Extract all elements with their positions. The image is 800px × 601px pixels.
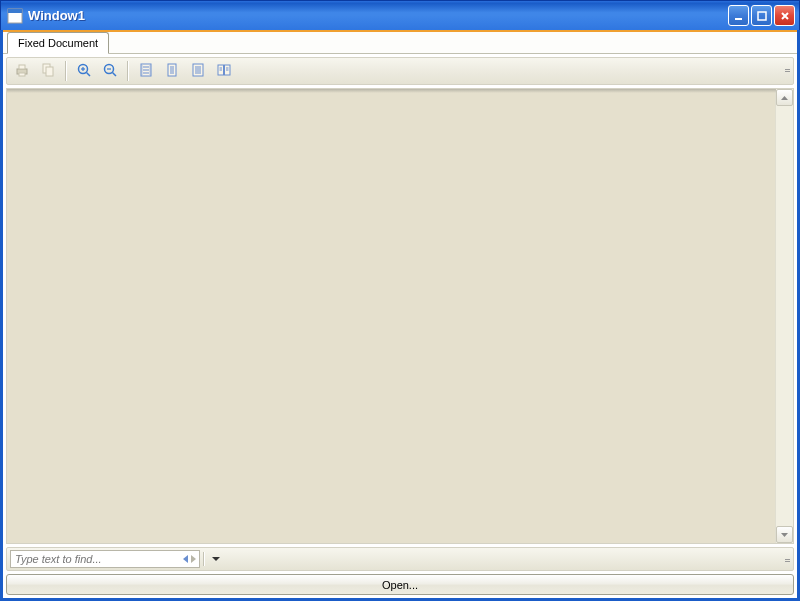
copy-icon: [40, 62, 56, 80]
app-icon: [7, 8, 23, 24]
svg-line-14: [113, 73, 117, 77]
document-area: [6, 88, 794, 544]
svg-rect-20: [168, 64, 176, 76]
svg-rect-3: [758, 12, 766, 20]
toolbar: [6, 57, 794, 85]
toolbar-overflow[interactable]: [783, 61, 791, 79]
copy-button[interactable]: [36, 60, 60, 82]
zoom-in-button[interactable]: [72, 60, 96, 82]
two-pages-icon: [216, 62, 232, 80]
scroll-down-button[interactable]: [776, 526, 793, 543]
scroll-track[interactable]: [776, 106, 793, 526]
tab-strip: Fixed Document: [3, 30, 797, 54]
find-previous-icon[interactable]: [183, 555, 188, 563]
open-button[interactable]: Open...: [6, 574, 794, 595]
maximize-button[interactable]: [751, 5, 772, 26]
svg-rect-2: [735, 18, 742, 20]
svg-rect-5: [19, 65, 25, 69]
close-button[interactable]: [774, 5, 795, 26]
window-title: Window1: [28, 8, 85, 23]
svg-rect-6: [19, 73, 25, 76]
svg-line-10: [87, 73, 91, 77]
fit-page-icon: [164, 62, 180, 80]
svg-rect-25: [193, 64, 203, 76]
find-next-icon[interactable]: [191, 555, 196, 563]
find-input[interactable]: [11, 553, 180, 565]
titlebar: Window1: [0, 0, 800, 30]
fit-page-button[interactable]: [160, 60, 184, 82]
actual-size-button[interactable]: [134, 60, 158, 82]
fit-width-icon: [190, 62, 206, 80]
scroll-up-button[interactable]: [776, 89, 793, 106]
find-options-dropdown[interactable]: [212, 557, 220, 561]
tab-fixed-document[interactable]: Fixed Document: [7, 32, 109, 54]
find-toolbar: [6, 547, 794, 571]
fit-width-button[interactable]: [186, 60, 210, 82]
window-controls: [728, 5, 795, 26]
two-pages-button[interactable]: [212, 60, 236, 82]
zoom-out-icon: [102, 62, 118, 80]
print-icon: [14, 62, 30, 80]
zoom-out-button[interactable]: [98, 60, 122, 82]
findbar-overflow[interactable]: [783, 551, 791, 569]
minimize-button[interactable]: [728, 5, 749, 26]
svg-rect-8: [46, 67, 53, 76]
vertical-scrollbar[interactable]: [775, 89, 793, 543]
zoom-in-icon: [76, 62, 92, 80]
print-button[interactable]: [10, 60, 34, 82]
document-viewport[interactable]: [7, 89, 775, 543]
actual-size-icon: [138, 62, 154, 80]
svg-rect-1: [8, 9, 22, 13]
